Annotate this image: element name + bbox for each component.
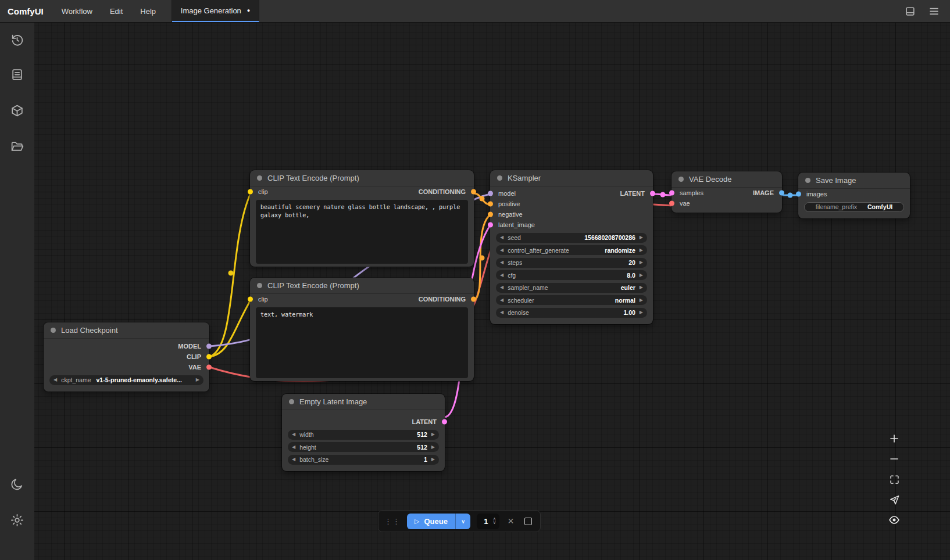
batch-size-widget[interactable]: ◀ batch_size 1 ▶ (288, 455, 439, 465)
link-dot-clip[interactable] (228, 271, 234, 276)
image-output-slot[interactable] (779, 191, 784, 196)
images-input-slot[interactable] (796, 192, 801, 197)
conditioning-output-slot[interactable] (471, 297, 476, 302)
model-output-slot[interactable] (206, 344, 212, 349)
latent-output-slot[interactable] (650, 191, 655, 196)
increment-arrow-icon[interactable]: ▶ (640, 235, 643, 240)
link-dot-image[interactable] (788, 193, 793, 198)
node-title-bar[interactable]: Save Image (798, 173, 910, 189)
increment-arrow-icon[interactable]: ▶ (640, 260, 643, 265)
menu-help[interactable]: Help (131, 0, 165, 22)
increment-arrow-icon[interactable]: ▶ (431, 445, 435, 450)
decrement-arrow-icon[interactable]: ◀ (500, 273, 503, 278)
node-empty-latent-image[interactable]: Empty Latent Image LATENT ◀ width 512 ▶ … (282, 394, 445, 471)
clip-input-slot[interactable] (248, 297, 253, 302)
height-widget[interactable]: ◀ height 512 ▶ (288, 442, 439, 452)
samples-input-slot[interactable] (669, 191, 674, 196)
link-dot-latent[interactable] (660, 192, 666, 198)
decrement-arrow-icon[interactable]: ◀ (500, 260, 503, 265)
node-clip-text-encode-negative[interactable]: CLIP Text Encode (Prompt) clip CONDITION… (250, 278, 474, 381)
latent-output-slot[interactable] (442, 419, 447, 425)
next-arrow-icon[interactable]: ▶ (640, 298, 643, 303)
increment-arrow-icon[interactable]: ▶ (640, 273, 643, 278)
node-vae-decode[interactable]: VAE Decode samples IMAGE vae (672, 171, 782, 213)
fit-view-button[interactable] (886, 473, 902, 486)
node-title-bar[interactable]: KSampler (490, 170, 653, 186)
theme-toggle-moon-icon[interactable] (10, 477, 24, 491)
increment-arrow-icon[interactable]: ▶ (431, 432, 435, 437)
increment-arrow-icon[interactable]: ▶ (431, 457, 435, 462)
menu-workflow[interactable]: Workflow (53, 0, 101, 22)
seed-widget[interactable]: ◀ seed 156680208700286 ▶ (496, 233, 647, 243)
batch-count-stepper[interactable]: 1 ∧ ∨ (477, 514, 499, 529)
prev-arrow-icon[interactable]: ◀ (500, 285, 503, 290)
drag-handle-icon[interactable]: ⋮⋮ (384, 517, 401, 526)
steps-widget[interactable]: ◀ steps 20 ▶ (496, 258, 647, 268)
collapse-dot-icon[interactable] (289, 399, 294, 404)
control-after-generate-widget[interactable]: ◀ control_after_generate randomize ▶ (496, 245, 647, 255)
scheduler-widget[interactable]: ◀ scheduler normal ▶ (496, 295, 647, 305)
node-title-bar[interactable]: CLIP Text Encode (Prompt) (250, 278, 474, 294)
queue-button[interactable]: ▷ Queue (407, 514, 455, 529)
negative-input-slot[interactable] (488, 212, 493, 217)
model-input-slot[interactable] (488, 191, 493, 196)
decrement-arrow-icon[interactable]: ◀ (292, 457, 295, 462)
next-arrow-icon[interactable]: ▶ (196, 378, 199, 382)
vae-output-slot[interactable] (206, 365, 212, 370)
decrement-arrow-icon[interactable]: ◀ (500, 310, 503, 315)
clip-output-slot[interactable] (206, 354, 212, 360)
zoom-out-button[interactable] (886, 453, 902, 465)
decrement-arrow-icon[interactable]: ◀ (500, 235, 503, 240)
increment-arrow-icon[interactable]: ▶ (640, 310, 643, 315)
menu-edit[interactable]: Edit (101, 0, 131, 22)
next-arrow-icon[interactable]: ▶ (640, 285, 643, 290)
next-arrow-icon[interactable]: ▶ (640, 248, 643, 253)
collapse-dot-icon[interactable] (257, 283, 262, 288)
latent-image-input-slot[interactable] (488, 222, 493, 228)
workflows-folder-icon[interactable] (10, 139, 24, 154)
positive-input-slot[interactable] (488, 202, 493, 207)
decrement-arrow-icon[interactable]: ◀ (292, 432, 295, 437)
node-ksampler[interactable]: KSampler model LATENT positive negative … (490, 170, 653, 324)
collapse-dot-icon[interactable] (497, 175, 502, 181)
vae-input-slot[interactable] (669, 201, 674, 206)
toggle-links-eye-icon[interactable] (886, 514, 902, 526)
clip-input-slot[interactable] (248, 189, 253, 195)
conditioning-output-slot[interactable] (471, 189, 476, 195)
denoise-widget[interactable]: ◀ denoise 1.00 ▶ (496, 308, 647, 318)
node-save-image[interactable]: Save Image images filename_prefix ComfyU… (798, 173, 910, 218)
prev-arrow-icon[interactable]: ◀ (53, 378, 57, 382)
queue-options-dropdown[interactable]: ∨ (455, 514, 470, 529)
settings-gear-icon[interactable] (10, 513, 24, 527)
node-title-bar[interactable]: Load Checkpoint (44, 322, 209, 339)
link-dot-negative[interactable] (480, 256, 485, 261)
model-library-icon[interactable] (10, 103, 24, 118)
decrement-arrow-icon[interactable]: ◀ (292, 445, 295, 450)
node-title-bar[interactable]: Empty Latent Image (282, 394, 445, 410)
ckpt-name-widget[interactable]: ◀ ckpt_name v1-5-pruned-emaonly.safete..… (49, 375, 203, 385)
width-widget[interactable]: ◀ width 512 ▶ (288, 430, 439, 440)
negative-prompt-textarea[interactable]: text, watermark (256, 307, 468, 378)
zoom-in-button[interactable] (886, 432, 902, 445)
link-dot-positive[interactable] (480, 196, 485, 202)
sampler-name-widget[interactable]: ◀ sampler_name euler ▶ (496, 283, 647, 293)
positive-prompt-textarea[interactable]: beautiful scenery nature glass bottle la… (256, 200, 468, 264)
cfg-widget[interactable]: ◀ cfg 8.0 ▶ (496, 270, 647, 280)
node-library-icon[interactable] (10, 67, 24, 82)
node-load-checkpoint[interactable]: Load Checkpoint MODEL CLIP VAE ◀ ckpt_na… (44, 322, 209, 392)
menu-icon[interactable] (928, 6, 940, 17)
tab-image-generation[interactable]: Image Generation ● (172, 0, 259, 22)
collapse-dot-icon[interactable] (805, 178, 810, 183)
node-clip-text-encode-positive[interactable]: CLIP Text Encode (Prompt) clip CONDITION… (250, 170, 474, 267)
node-title-bar[interactable]: CLIP Text Encode (Prompt) (250, 170, 474, 186)
stop-icon[interactable] (524, 518, 532, 525)
queue-history-icon[interactable] (10, 33, 24, 47)
filename-prefix-widget[interactable]: filename_prefix ComfyUI (804, 202, 904, 212)
spinner-down-icon[interactable]: ∨ (493, 521, 497, 525)
collapse-dot-icon[interactable] (257, 175, 262, 181)
batch-count-value[interactable]: 1 (484, 517, 488, 526)
prev-arrow-icon[interactable]: ◀ (500, 248, 503, 253)
select-mode-button[interactable] (886, 493, 902, 506)
collapse-dot-icon[interactable] (51, 328, 56, 333)
comfyui-logo[interactable]: ComfyUI (0, 0, 53, 22)
